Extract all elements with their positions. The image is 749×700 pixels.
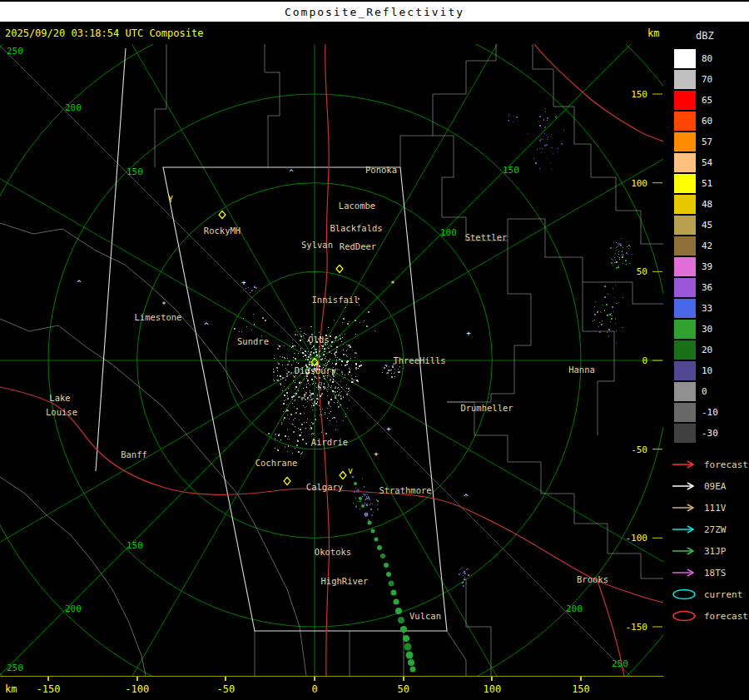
city-label: Vulcan [409, 611, 441, 621]
colorbar-value: 30 [702, 324, 712, 335]
legend: forecast09EA111V27ZW31JP18TScurrentforec… [666, 454, 749, 627]
colorbar-swatch [674, 236, 696, 256]
coverage-outline [96, 48, 447, 631]
colorbar-entry: 65 [666, 90, 749, 111]
colorbar-swatch [674, 153, 696, 172]
right-axis-label: 150 [631, 89, 647, 100]
city-label: Airdrie [311, 437, 348, 447]
right-axis-label: 100 [631, 178, 647, 189]
colorbar-entry: 48 [666, 194, 749, 215]
colorbar-value: 80 [702, 53, 712, 64]
city-label: Drumheller [460, 403, 513, 413]
bottom-axis-tick [403, 677, 404, 681]
legend-item: 09EA [666, 475, 749, 497]
city-label: Olds [308, 335, 329, 345]
city-label: Louise [46, 407, 77, 417]
colorbar-swatch [674, 216, 696, 235]
radar-site-icon [284, 478, 290, 485]
echo-streak [352, 476, 416, 673]
legend-arrow-icon [671, 524, 701, 535]
legend-item: 27ZW [666, 519, 749, 540]
colorbar-value: 57 [702, 137, 712, 147]
colorbar-entry: 60 [666, 111, 749, 132]
radar-map: 250200150150100150200250200250Yv++++**^^… [0, 44, 663, 676]
point-marker-icon: + [374, 449, 379, 458]
bottom-axis-label: -100 [125, 683, 149, 695]
colorbar-entries: 807065605754514845423936333020100-10-30 [666, 48, 749, 444]
legend-label: forecast [704, 611, 748, 622]
window-title: Composite_Reflectivity [285, 6, 464, 18]
legend-arrow-icon [671, 480, 701, 492]
city-label: ThreeHills [393, 355, 445, 365]
bottom-axis-label: 150 [572, 683, 590, 695]
colorbar-value: 54 [702, 157, 712, 168]
bottom-axis-label: 50 [397, 683, 409, 695]
svg-text:200: 200 [65, 102, 82, 113]
city-label: Ponoka [365, 165, 397, 175]
city-label: Lacombe [339, 201, 375, 211]
city-label: Blackfalds [330, 223, 382, 233]
colorbar-entry: 30 [666, 319, 749, 340]
bottom-axis-tick [47, 677, 49, 681]
colorbar-entry: 42 [666, 236, 749, 256]
right-axis-label: -50 [631, 444, 647, 455]
colorbar-value: 10 [702, 365, 712, 376]
legend-item: 18TS [666, 562, 749, 583]
legend-label: current [704, 589, 742, 600]
city-label: Sundre [237, 336, 269, 346]
colorbar-entry: 20 [666, 340, 749, 360]
right-panel: dBZ 807065605754514845423936333020100-10… [666, 23, 749, 676]
right-axis-label: 50 [637, 266, 647, 277]
station-symbol-icon: v [348, 466, 353, 475]
colorbar-value: 42 [702, 241, 712, 251]
colorbar-swatch [674, 299, 696, 318]
bottombar: km -150-100-50050100150 [0, 677, 749, 700]
colorbar-value: 33 [702, 303, 712, 314]
bottom-axis-tick [580, 677, 582, 681]
colorbar-swatch [674, 70, 696, 89]
vertical-axis-unit: km [647, 27, 659, 39]
svg-text:250: 250 [7, 663, 23, 673]
bottom-axis-tick [136, 677, 138, 681]
colorbar-value: 36 [702, 282, 712, 293]
city-label: HighRiver [321, 576, 369, 586]
colorbar-value: 20 [702, 345, 712, 355]
city-label: Okotoks [315, 547, 351, 557]
colorbar-value: 65 [702, 95, 712, 106]
colorbar-entry: 70 [666, 69, 749, 90]
legend-arrow-icon [671, 459, 701, 470]
legend-ellipse-icon [671, 610, 701, 622]
city-label: Stettler [465, 232, 508, 242]
legend-item: current [666, 583, 749, 605]
right-axis-label: -100 [626, 533, 648, 544]
legend-ellipse-icon [671, 588, 701, 600]
radar-app-window: Composite_Reflectivity 2025/09/20 03:18:… [0, 0, 749, 700]
colorbar-swatch [674, 174, 696, 193]
svg-text:250: 250 [612, 658, 628, 669]
colorbar-entry: 0 [666, 381, 749, 402]
bottom-axis-label: -150 [37, 683, 61, 695]
bottom-axis-tick [225, 677, 226, 681]
colorbar-entry: 57 [666, 132, 749, 152]
bottom-axis-tick [314, 677, 315, 681]
radar-site-icon [219, 211, 226, 219]
city-label: Lake [49, 393, 70, 403]
city-label: Banff [121, 449, 147, 459]
colorbar-entry: 36 [666, 277, 749, 298]
radar-site-icon [336, 266, 343, 273]
colorbar-swatch [674, 320, 696, 339]
colorbar-value: 70 [702, 74, 712, 85]
point-marker-icon: * [161, 300, 166, 309]
colorbar-swatch [674, 195, 696, 214]
colorbar-value: 45 [702, 220, 712, 231]
legend-arrow-icon [671, 567, 701, 578]
legend-item: forecast [666, 605, 749, 627]
svg-text:150: 150 [126, 166, 143, 177]
city-label: Brooks [577, 574, 608, 584]
city-label: Strathmore [379, 485, 431, 495]
colorbar-value: -10 [702, 407, 718, 418]
legend-label: 31JP [704, 546, 727, 557]
point-marker-icon: ^ [77, 279, 82, 287]
legend-arrow-icon [671, 545, 701, 557]
svg-text:100: 100 [440, 227, 457, 238]
